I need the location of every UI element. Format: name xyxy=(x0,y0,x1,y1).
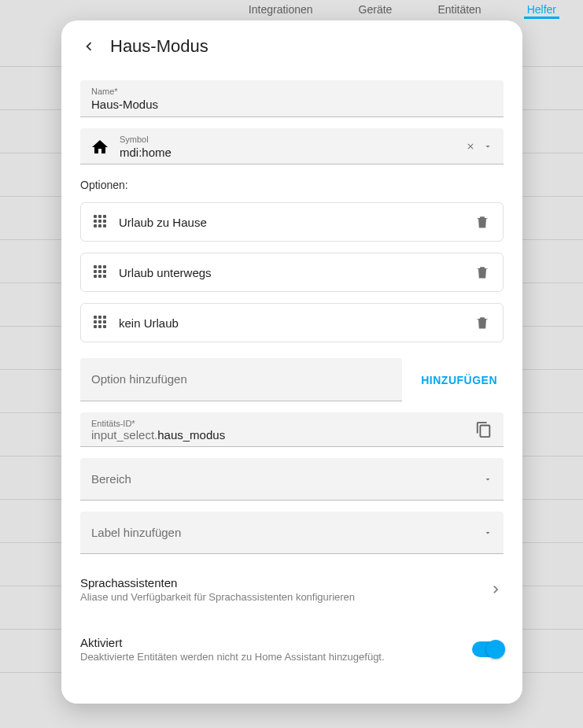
option-row[interactable]: Urlaub unterwegs xyxy=(80,253,504,292)
chevron-down-icon xyxy=(483,528,493,538)
chevron-right-icon xyxy=(488,582,504,597)
enabled-sub: Deaktivierte Entitäten werden nicht zu H… xyxy=(80,651,463,663)
icon-value: mdi:home xyxy=(120,144,456,159)
entity-id-label: Entitäts-ID* xyxy=(91,419,466,428)
name-input[interactable] xyxy=(91,96,493,111)
drag-handle-icon[interactable] xyxy=(94,316,108,330)
add-option-button[interactable]: HINZUFÜGEN xyxy=(415,358,504,401)
delete-option-button[interactable] xyxy=(474,214,490,230)
tab-integrations[interactable]: Integrationen xyxy=(245,2,316,19)
options-section-label: Optionen: xyxy=(80,179,504,191)
option-label: Urlaub zu Hause xyxy=(119,216,463,229)
delete-option-button[interactable] xyxy=(474,315,490,331)
dialog-header: Haus-Modus xyxy=(61,20,522,65)
enabled-title: Aktiviert xyxy=(80,636,463,649)
label-placeholder: Label hinzufügen xyxy=(91,526,181,539)
voice-title: Sprachassistenten xyxy=(80,576,478,589)
dialog-scroll[interactable]: Name* Symbol mdi:home xyxy=(61,65,522,704)
drag-handle-icon[interactable] xyxy=(94,265,108,279)
dialog-title: Haus-Modus xyxy=(110,36,208,57)
add-option-row: Option hinzufügen HINZUFÜGEN xyxy=(80,358,504,401)
back-button[interactable] xyxy=(80,38,98,55)
name-label: Name* xyxy=(91,87,493,96)
area-select[interactable]: Bereich xyxy=(80,458,504,501)
drag-handle-icon[interactable] xyxy=(94,215,108,229)
enabled-item: Aktiviert Deaktivierte Entitäten werden … xyxy=(80,625,504,674)
entity-id-value: input_select.haus_modus xyxy=(91,428,466,442)
background-tabs: Integrationen Geräte Entitäten Helfer xyxy=(0,0,583,19)
delete-option-button[interactable] xyxy=(474,264,490,280)
helper-edit-dialog: Haus-Modus Name* Symbol mdi:home xyxy=(61,20,522,704)
option-row[interactable]: Urlaub zu Hause xyxy=(80,202,504,242)
entity-id-field[interactable]: Entitäts-ID* input_select.haus_modus xyxy=(80,412,504,447)
tab-helpers[interactable]: Helfer xyxy=(524,2,559,19)
tab-devices[interactable]: Geräte xyxy=(356,2,396,19)
voice-assistants-item[interactable]: Sprachassistenten Aliase und Verfügbarke… xyxy=(80,565,504,614)
option-label: Urlaub unterwegs xyxy=(119,266,463,279)
copy-icon[interactable] xyxy=(475,421,493,438)
area-placeholder: Bereich xyxy=(91,472,131,486)
option-label: kein Urlaub xyxy=(119,316,463,330)
icon-label: Symbol xyxy=(120,135,456,144)
icon-field[interactable]: Symbol mdi:home xyxy=(80,128,504,164)
enabled-toggle[interactable] xyxy=(472,641,504,657)
add-option-placeholder: Option hinzufügen xyxy=(91,372,187,386)
voice-sub: Aliase und Verfügbarkeit für Sprachassis… xyxy=(80,591,478,603)
tab-entities[interactable]: Entitäten xyxy=(434,2,484,19)
chevron-down-icon xyxy=(483,475,493,484)
home-icon xyxy=(90,137,110,157)
option-row[interactable]: kein Urlaub xyxy=(80,303,504,342)
dropdown-icon[interactable] xyxy=(483,139,493,155)
name-field[interactable]: Name* xyxy=(80,80,504,117)
clear-icon-button[interactable] xyxy=(466,139,475,155)
label-select[interactable]: Label hinzufügen xyxy=(80,512,504,554)
add-option-field[interactable]: Option hinzufügen xyxy=(80,358,402,401)
